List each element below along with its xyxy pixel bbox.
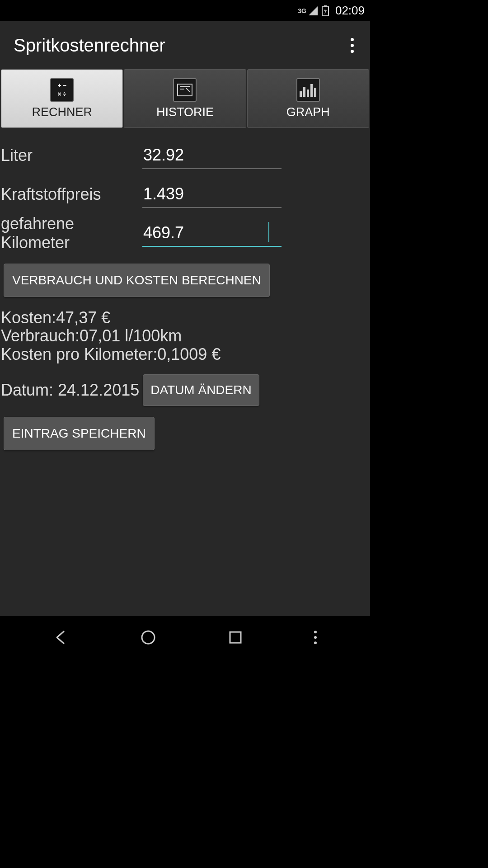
battery-charging-icon	[322, 5, 329, 16]
svg-rect-3	[230, 632, 241, 643]
status-bar: 3G 02:09	[0, 0, 370, 21]
chart-icon	[296, 78, 320, 102]
kilometers-label: gefahrene Kilometer	[0, 214, 142, 252]
date-label: Datum: 24.12.2015	[0, 381, 139, 400]
nav-overflow-icon[interactable]	[309, 624, 322, 651]
network-label: 3G	[298, 7, 306, 14]
consumption-result: Verbrauch:07,01 l/100km	[1, 327, 370, 345]
tab-label: GRAPH	[286, 105, 330, 119]
svg-rect-1	[324, 5, 327, 7]
save-entry-button[interactable]: EINTRAG SPEICHERN	[4, 417, 155, 450]
change-date-button[interactable]: DATUM ÄNDERN	[143, 374, 259, 406]
tab-label: HISTORIE	[156, 105, 214, 119]
tab-historie[interactable]: HISTORIE	[124, 69, 246, 128]
kilometers-input[interactable]	[142, 220, 282, 247]
liter-input[interactable]	[142, 142, 282, 169]
calculate-button[interactable]: VERBRAUCH UND KOSTEN BERECHNEN	[4, 264, 270, 297]
home-button[interactable]	[135, 624, 162, 651]
tab-bar: +−×÷ RECHNER HISTORIE GRA	[0, 69, 370, 128]
overflow-menu-icon[interactable]	[343, 36, 361, 54]
fuel-price-input[interactable]	[142, 181, 282, 208]
fuel-price-label: Kraftstoffpreis	[0, 185, 142, 204]
tab-graph[interactable]: GRAPH	[247, 69, 369, 128]
tab-label: RECHNER	[32, 105, 92, 119]
app-bar: Spritkostenrechner	[0, 21, 370, 69]
signal-icon	[308, 6, 318, 16]
clock: 02:09	[335, 4, 365, 18]
history-icon	[173, 78, 197, 102]
recent-apps-button[interactable]	[222, 624, 249, 651]
liter-label: Liter	[0, 146, 142, 165]
svg-point-2	[142, 631, 155, 644]
results-block: Kosten:47,37 € Verbrauch:07,01 l/100km K…	[1, 309, 370, 363]
app-title: Spritkostenrechner	[14, 35, 165, 56]
back-button[interactable]	[48, 624, 75, 651]
cost-per-km-result: Kosten pro Kilometer:0,1009 €	[1, 345, 370, 363]
tab-rechner[interactable]: +−×÷ RECHNER	[1, 69, 123, 128]
navigation-bar	[0, 616, 370, 658]
cost-result: Kosten:47,37 €	[1, 309, 370, 327]
calculator-icon: +−×÷	[50, 78, 74, 102]
